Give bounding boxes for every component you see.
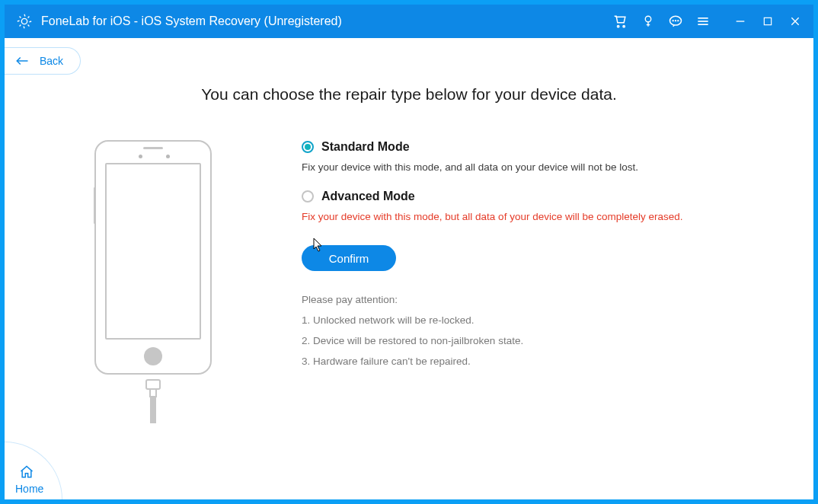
attention-line: 3. Hardware failure can't be repaired. bbox=[302, 356, 752, 367]
option-standard: Standard Mode Fix your device with this … bbox=[302, 140, 752, 173]
usb-connector-icon bbox=[145, 379, 161, 423]
page-heading: You can choose the repair type below for… bbox=[5, 85, 813, 104]
confirm-label: Confirm bbox=[329, 252, 369, 265]
cart-icon[interactable] bbox=[612, 13, 629, 30]
standard-mode-title: Standard Mode bbox=[321, 140, 410, 154]
key-icon[interactable] bbox=[640, 13, 657, 30]
home-label: Home bbox=[15, 483, 43, 495]
standard-mode-desc: Fix your device with this mode, and all … bbox=[302, 161, 752, 173]
svg-point-2 bbox=[623, 26, 625, 27]
phone-icon bbox=[94, 140, 212, 375]
confirm-button[interactable]: Confirm bbox=[302, 245, 396, 271]
option-advanced: Advanced Mode Fix your device with this … bbox=[302, 190, 752, 222]
feedback-icon[interactable] bbox=[667, 13, 684, 30]
app-logo-icon bbox=[15, 12, 34, 30]
radio-standard-mode[interactable]: Standard Mode bbox=[302, 140, 752, 154]
close-button[interactable] bbox=[788, 14, 803, 29]
device-illustration bbox=[5, 140, 302, 423]
radio-advanced-mode[interactable]: Advanced Mode bbox=[302, 190, 752, 203]
maximize-button[interactable] bbox=[760, 14, 775, 29]
svg-point-6 bbox=[676, 21, 676, 21]
svg-point-0 bbox=[21, 18, 27, 24]
content-area: Back You can choose the repair type belo… bbox=[5, 38, 813, 499]
app-window: FoneLab for iOS - iOS System Recovery (U… bbox=[5, 5, 813, 499]
radio-selected-icon bbox=[302, 141, 314, 153]
advanced-mode-title: Advanced Mode bbox=[321, 190, 415, 203]
options-panel: Standard Mode Fix your device with this … bbox=[302, 140, 813, 423]
attention-line: 1. Unlocked network will be re-locked. bbox=[302, 314, 752, 326]
svg-point-1 bbox=[618, 26, 619, 27]
svg-point-7 bbox=[678, 21, 679, 21]
minimize-button[interactable] bbox=[733, 14, 748, 29]
titlebar: FoneLab for iOS - iOS System Recovery (U… bbox=[5, 5, 813, 38]
advanced-mode-desc: Fix your device with this mode, but all … bbox=[302, 211, 752, 222]
back-button[interactable]: Back bbox=[5, 47, 81, 75]
attention-block: Please pay attention: 1. Unlocked networ… bbox=[302, 294, 752, 367]
svg-point-5 bbox=[673, 21, 673, 21]
titlebar-actions bbox=[612, 13, 807, 30]
svg-point-3 bbox=[645, 16, 651, 22]
menu-icon[interactable] bbox=[695, 13, 711, 30]
window-title: FoneLab for iOS - iOS System Recovery (U… bbox=[41, 14, 342, 28]
back-label: Back bbox=[40, 55, 63, 67]
home-button[interactable]: Home bbox=[5, 442, 62, 499]
radio-unselected-icon bbox=[302, 190, 314, 203]
attention-line: 2. Device will be restored to non-jailbr… bbox=[302, 335, 752, 346]
attention-heading: Please pay attention: bbox=[302, 294, 752, 305]
svg-rect-12 bbox=[764, 18, 771, 24]
